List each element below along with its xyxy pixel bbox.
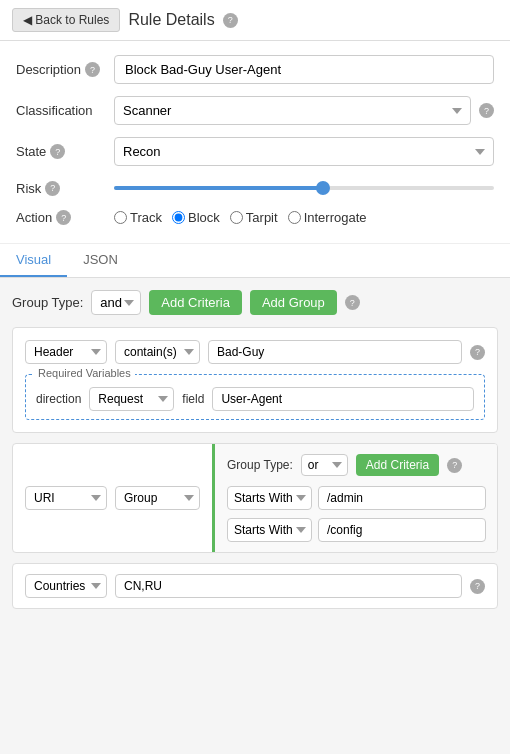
header-help-icon[interactable]: ?	[223, 13, 238, 28]
tab-json[interactable]: JSON	[67, 244, 134, 277]
action-block[interactable]: Block	[172, 210, 220, 225]
description-row: Description ?	[16, 55, 494, 84]
criteria-card-3: Countries Header URI Body IP ?	[12, 563, 498, 609]
action-row: Action ? Track Block Tarpit Interrogate	[16, 210, 494, 225]
required-vars-box: Required Variables direction Request Res…	[25, 374, 485, 420]
state-help-icon[interactable]: ?	[50, 144, 65, 159]
direction-select[interactable]: Request Response	[89, 387, 174, 411]
action-label: Action ?	[16, 210, 106, 225]
classification-row: Classification Scanner Bot Threat Spam ?	[16, 96, 494, 125]
action-tarpit[interactable]: Tarpit	[230, 210, 278, 225]
group-type-select[interactable]: and or	[91, 290, 141, 315]
action-track[interactable]: Track	[114, 210, 162, 225]
content-area: Group Type: and or Add Criteria Add Grou…	[0, 278, 510, 631]
action-block-radio[interactable]	[172, 211, 185, 224]
group-type-bar: Group Type: and or Add Criteria Add Grou…	[12, 290, 498, 315]
field-value-input[interactable]	[212, 387, 474, 411]
criteria-2-inner: URI Header Body IP Countries Group conta…	[13, 444, 497, 552]
risk-label: Risk ?	[16, 181, 106, 196]
countries-help-icon[interactable]: ?	[470, 579, 485, 594]
add-group-button[interactable]: Add Group	[250, 290, 337, 315]
nested-row-2-operator[interactable]: Starts With Equals Contains Ends With	[227, 518, 312, 542]
back-button[interactable]: ◀ Back to Rules	[12, 8, 120, 32]
criteria-2-operator-select[interactable]: Group contain(s) equals starts with	[115, 486, 200, 510]
criteria-2-left: URI Header Body IP Countries Group conta…	[13, 444, 212, 552]
risk-slider-container	[114, 178, 494, 198]
criteria-1-field-select[interactable]: Header URI Body IP Countries	[25, 340, 107, 364]
nested-help-icon[interactable]: ?	[447, 458, 462, 473]
criteria-card-1: Header URI Body IP Countries contain(s) …	[12, 327, 498, 433]
description-help-icon[interactable]: ?	[85, 62, 100, 77]
criteria-1-top-row: Header URI Body IP Countries contain(s) …	[25, 340, 485, 364]
action-interrogate-radio[interactable]	[288, 211, 301, 224]
tab-visual[interactable]: Visual	[0, 244, 67, 277]
required-vars-label: Required Variables	[34, 367, 135, 379]
criteria-1-operator-select[interactable]: contain(s) equals starts with ends with	[115, 340, 200, 364]
tabs-bar: Visual JSON	[0, 244, 510, 278]
nested-criteria-row-2: Starts With Equals Contains Ends With	[227, 518, 486, 542]
classification-help-icon[interactable]: ?	[479, 103, 494, 118]
risk-row: Risk ?	[16, 178, 494, 198]
nested-group-right: Group Type: or and Add Criteria ? Starts…	[212, 444, 498, 552]
risk-help-icon[interactable]: ?	[45, 181, 60, 196]
action-track-radio[interactable]	[114, 211, 127, 224]
action-radio-group: Track Block Tarpit Interrogate	[114, 210, 367, 225]
nested-group-header: Group Type: or and Add Criteria ?	[227, 454, 486, 476]
form-area: Description ? Classification Scanner Bot…	[0, 41, 510, 244]
nested-row-1-operator[interactable]: Starts With Equals Contains Ends With	[227, 486, 312, 510]
group-type-label: Group Type:	[12, 295, 83, 310]
criteria-2-field-select[interactable]: URI Header Body IP Countries	[25, 486, 107, 510]
add-criteria-button[interactable]: Add Criteria	[149, 290, 242, 315]
action-tarpit-radio[interactable]	[230, 211, 243, 224]
field-label: field	[182, 392, 204, 406]
vars-row: direction Request Response field	[36, 387, 474, 411]
criteria-card-2: URI Header Body IP Countries Group conta…	[12, 443, 498, 553]
action-interrogate[interactable]: Interrogate	[288, 210, 367, 225]
nested-group-type-select[interactable]: or and	[301, 454, 348, 476]
classification-label: Classification	[16, 103, 106, 118]
criteria-1-help-icon[interactable]: ?	[470, 345, 485, 360]
countries-row: Countries Header URI Body IP ?	[25, 574, 485, 598]
action-help-icon[interactable]: ?	[56, 210, 71, 225]
state-row: State ? Recon Active Inactive	[16, 137, 494, 166]
nested-group-type-label: Group Type:	[227, 458, 293, 472]
group-type-help-icon[interactable]: ?	[345, 295, 360, 310]
description-label: Description ?	[16, 62, 106, 77]
state-select[interactable]: Recon Active Inactive	[114, 137, 494, 166]
page-header: ◀ Back to Rules Rule Details ?	[0, 0, 510, 41]
nested-row-1-value[interactable]	[318, 486, 486, 510]
countries-value-input[interactable]	[115, 574, 462, 598]
page-title: Rule Details	[128, 11, 214, 29]
nested-add-criteria-button[interactable]: Add Criteria	[356, 454, 439, 476]
countries-field-select[interactable]: Countries Header URI Body IP	[25, 574, 107, 598]
state-label: State ?	[16, 144, 106, 159]
classification-select[interactable]: Scanner Bot Threat Spam	[114, 96, 471, 125]
direction-label: direction	[36, 392, 81, 406]
description-input[interactable]	[114, 55, 494, 84]
nested-criteria-row-1: Starts With Equals Contains Ends With	[227, 486, 486, 510]
nested-row-2-value[interactable]	[318, 518, 486, 542]
criteria-1-value-input[interactable]	[208, 340, 462, 364]
